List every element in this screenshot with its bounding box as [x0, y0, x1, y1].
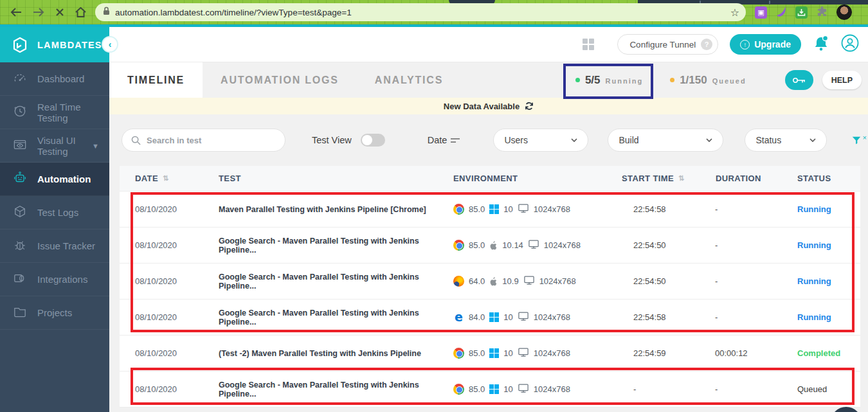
table-header: DATE⇅ TEST ENVIRONMENT START TIME⇅ DURAT… [120, 166, 860, 192]
clear-filter-button[interactable]: × [851, 135, 866, 145]
windows-icon [489, 312, 499, 322]
cell-status[interactable]: Completed [781, 348, 860, 358]
sidebar-item-projects[interactable]: Projects [0, 296, 109, 330]
configure-tunnel-button[interactable]: Configure Tunnel ? [617, 34, 718, 55]
sidebar-item-label: Integrations [37, 274, 87, 285]
url-bar[interactable]: automation.lambdatest.com/timeline/?view… [95, 3, 746, 21]
apps-grid-icon[interactable] [583, 39, 594, 50]
extension-feather-icon[interactable] [775, 5, 787, 19]
cell-status[interactable]: Running [781, 312, 860, 322]
cell-test-name[interactable]: (Test -2) Maven Parallel Testing with Je… [206, 349, 444, 358]
notifications-bell-icon[interactable] [813, 35, 829, 55]
cell-test-name[interactable]: Google Search - Maven Parallel Testing w… [206, 309, 444, 327]
cell-test-name[interactable]: Google Search - Maven Parallel Testing w… [206, 237, 444, 255]
running-status[interactable]: 5/5 Running [566, 74, 652, 87]
apple-icon [489, 240, 498, 250]
question-icon[interactable]: ? [701, 39, 712, 50]
date-sort-control[interactable]: Date [428, 135, 460, 145]
test-view-toggle[interactable] [361, 134, 385, 147]
queued-status[interactable]: 1/150 Queued [661, 74, 755, 87]
status-dropdown[interactable]: Status [745, 129, 827, 152]
home-icon[interactable] [75, 7, 86, 17]
monitor-icon [518, 347, 529, 359]
edge-icon [453, 312, 464, 323]
forward-icon[interactable] [33, 8, 44, 17]
table-row[interactable]: 08/10/2020 Google Search - Maven Paralle… [120, 372, 860, 408]
refresh-icon[interactable] [525, 102, 534, 111]
table-row[interactable]: 08/10/2020 Google Search - Maven Paralle… [120, 300, 860, 336]
cell-test-name[interactable]: Google Search - Maven Parallel Testing w… [206, 273, 444, 291]
cell-status[interactable]: Running [781, 240, 860, 250]
browser-chrome: automation.lambdatest.com/timeline/?view… [0, 0, 868, 27]
search-input[interactable] [147, 136, 276, 145]
browser-version: 84.0 [469, 312, 485, 322]
sidebar-item-dashboard[interactable]: Dashboard [0, 62, 109, 96]
help-button[interactable]: HELP [822, 71, 862, 89]
tab-analytics[interactable]: ANALYTICS [357, 62, 461, 98]
cell-date: 08/10/2020 [120, 240, 206, 250]
sort-icon[interactable]: ⇅ [678, 174, 685, 183]
upgrade-button[interactable]: ↑ Upgrade [730, 34, 801, 55]
sidebar-item-issue-tracker[interactable]: Issue Tracker [0, 229, 109, 263]
sidebar-item-automation[interactable]: Automation [0, 163, 109, 196]
clock-icon [13, 105, 27, 120]
cell-test-name[interactable]: Google Search - Maven Parallel Testing w… [206, 381, 444, 399]
monitor-icon [518, 311, 529, 323]
users-dropdown[interactable]: Users [493, 129, 588, 152]
table-row[interactable]: 08/10/2020 Google Search - Maven Paralle… [120, 228, 860, 264]
table-row[interactable]: 08/10/2020 (Test -2) Maven Parallel Test… [120, 336, 860, 372]
browser-profile-avatar[interactable] [836, 4, 852, 20]
monitor-icon [528, 239, 539, 251]
sidebar-item-label: Visual UI Testing [37, 135, 82, 157]
profile-icon[interactable] [841, 34, 859, 55]
os-version: 10.9 [502, 276, 518, 286]
running-dot-icon [575, 78, 580, 82]
column-header-date[interactable]: DATE⇅ [120, 174, 206, 183]
close-icon[interactable] [55, 8, 64, 17]
cell-status[interactable]: Queued [781, 384, 860, 394]
monitor-icon [518, 383, 529, 395]
search-box[interactable] [122, 129, 285, 152]
browser-version: 85.0 [469, 240, 485, 250]
filter-row: Test View Date Users Build Status × [109, 114, 868, 166]
os-version: 10 [503, 348, 512, 358]
filter-funnel-icon [851, 135, 862, 145]
column-header-start-time[interactable]: START TIME⇅ [611, 174, 694, 183]
date-label: Date [428, 135, 448, 145]
lambdatest-logo[interactable]: LAMBDATEST [0, 27, 109, 62]
cell-test-name[interactable]: Maven Parallel Testing with Jenkins Pipe… [206, 205, 444, 214]
build-dropdown[interactable]: Build [608, 129, 723, 152]
package-icon [13, 205, 27, 220]
back-icon[interactable] [10, 8, 22, 17]
sidebar-item-test-logs[interactable]: Test Logs [0, 196, 109, 229]
configure-tunnel-label: Configure Tunnel [629, 40, 696, 49]
new-data-notice[interactable]: New Data Available [109, 98, 868, 114]
cell-status[interactable]: Running [781, 276, 860, 286]
url-text[interactable]: automation.lambdatest.com/timeline/?view… [115, 8, 730, 17]
resolution: 1024x768 [539, 276, 576, 286]
sidebar-item-visual-ui-testing[interactable]: Visual UI Testing ▼ [0, 129, 109, 163]
sort-icon[interactable]: ⇅ [163, 174, 169, 183]
sidebar-item-integrations[interactable]: Integrations [0, 263, 109, 296]
table-row[interactable]: 08/10/2020 Google Search - Maven Paralle… [120, 264, 860, 300]
extensions-puzzle-icon[interactable] [816, 5, 828, 20]
chrome-icon [453, 384, 464, 395]
app-header: Configure Tunnel ? ↑ Upgrade [109, 27, 868, 62]
sidebar-collapse-button[interactable]: ‹ [102, 36, 118, 53]
cell-start-time: 22:54:50 [611, 276, 694, 286]
tab-bar: TIMELINE AUTOMATION LOGS ANALYTICS 5/5 R… [109, 62, 868, 98]
cell-duration: - [694, 240, 781, 250]
tab-automation-logs[interactable]: AUTOMATION LOGS [203, 62, 357, 98]
sidebar-item-real-time-testing[interactable]: Real Time Testing [0, 96, 109, 129]
table-row[interactable]: 08/10/2020 Maven Parallel Testing with J… [120, 192, 860, 228]
cell-duration: - [694, 204, 781, 214]
tab-timeline[interactable]: TIMELINE [109, 62, 203, 98]
bookmark-star-icon[interactable]: ☆ [730, 6, 739, 19]
extension-capture-icon[interactable] [795, 6, 808, 19]
extension-cube-icon[interactable]: ▣ [755, 6, 767, 19]
chrome-icon [453, 348, 464, 359]
cell-status[interactable]: Running [781, 204, 860, 214]
running-count: 5/5 [585, 74, 601, 87]
access-key-button[interactable] [785, 70, 813, 90]
cell-environment: 64.0 10.9 1024x768 [444, 275, 611, 287]
